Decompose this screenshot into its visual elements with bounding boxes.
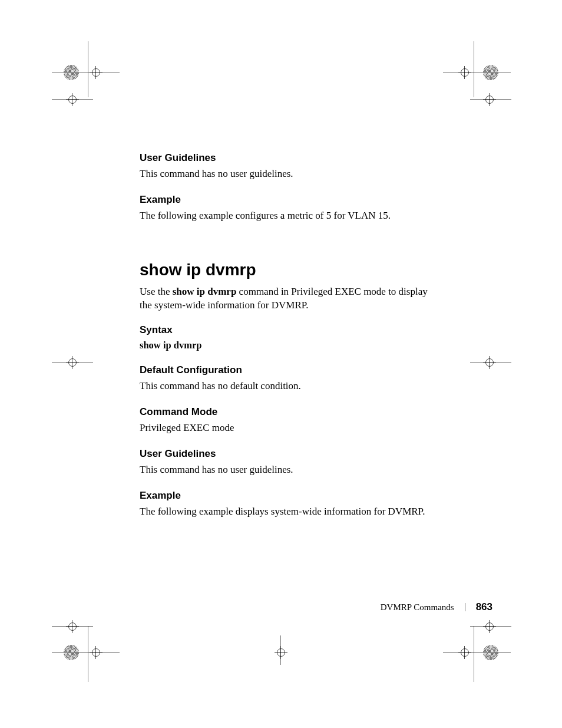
command-intro: Use the show ip dvmrp command in Privile… bbox=[140, 285, 434, 312]
heading-default: Default Configuration bbox=[140, 364, 434, 376]
heading-syntax: Syntax bbox=[140, 324, 434, 336]
footer-section-label: DVMRP Commands bbox=[381, 602, 454, 612]
footer-page-number: 863 bbox=[476, 601, 492, 613]
heading-user-guidelines-2: User Guidelines bbox=[140, 448, 434, 460]
text-user-guidelines-2: This command has no user guidelines. bbox=[140, 463, 434, 477]
heading-command-mode: Command Mode bbox=[140, 406, 434, 418]
text-default: This command has no default condition. bbox=[140, 380, 434, 393]
syntax-line: show ip dvmrp bbox=[140, 340, 434, 351]
text-example-2: The following example displays system-wi… bbox=[140, 505, 434, 519]
command-intro-cmd: show ip dvmrp bbox=[173, 286, 237, 297]
text-example-1: The following example configures a metri… bbox=[140, 209, 434, 223]
text-command-mode: Privileged EXEC mode bbox=[140, 421, 434, 435]
page-content: User Guidelines This command has no user… bbox=[140, 152, 434, 532]
command-intro-pre: Use the bbox=[140, 286, 173, 297]
text-user-guidelines-1: This command has no user guidelines. bbox=[140, 167, 434, 181]
heading-example-1: Example bbox=[140, 194, 434, 206]
command-title: show ip dvmrp bbox=[140, 261, 434, 279]
heading-user-guidelines-1: User Guidelines bbox=[140, 152, 434, 164]
heading-example-2: Example bbox=[140, 490, 434, 502]
page-footer: DVMRP Commands 863 bbox=[381, 601, 492, 613]
footer-separator-icon bbox=[465, 603, 465, 611]
